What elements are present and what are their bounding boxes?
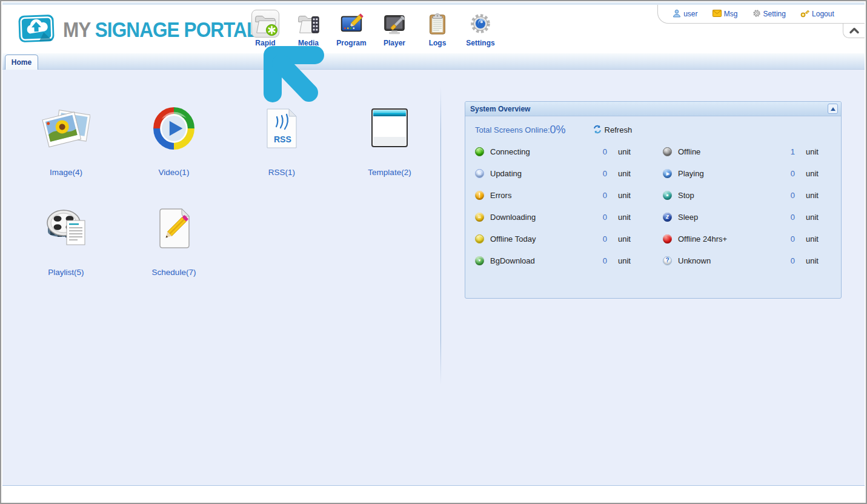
brand-logo: MY SIGNAGE PORTAL (17, 11, 279, 48)
brand-title: MY SIGNAGE PORTAL (63, 18, 257, 42)
status-stop: Stop 0 unit (663, 190, 831, 200)
module-schedule-label: Schedule(7) (152, 268, 196, 277)
brand-title-rest: SIGNAGE PORTAL (95, 18, 258, 41)
status-label: Connecting (490, 147, 593, 156)
svg-text:RSS: RSS (274, 134, 291, 144)
module-grid: Image(4) (12, 105, 443, 277)
module-video-label: Video(1) (159, 168, 190, 177)
downloading-orb-icon (475, 213, 484, 222)
module-rss-label: RSS(1) (268, 168, 295, 177)
status-sleep: Sleep 0 unit (663, 212, 831, 222)
system-overview-body: Total Screens Online: 0% Refresh (465, 116, 841, 273)
status-count: 0 (786, 256, 795, 265)
status-unit: unit (618, 169, 643, 178)
status-count: 0 (599, 191, 607, 200)
schedule-pencil-icon (155, 205, 193, 251)
status-offline-today: Offline Today 0 unit (475, 234, 643, 244)
status-connecting: Connecting 0 unit (475, 147, 643, 156)
module-playlist[interactable]: Playlist(5) (42, 205, 90, 277)
status-label: Sleep (678, 213, 780, 222)
user-label: user (683, 10, 697, 18)
offline-today-orb-icon (475, 234, 484, 244)
status-count: 0 (786, 191, 795, 200)
nav-label-settings: Settings (466, 39, 494, 47)
sleep-orb-icon (663, 213, 672, 222)
brand-title-my: MY (63, 18, 95, 41)
setting-label: Setting (763, 10, 786, 18)
messages-menu[interactable]: Msg (713, 10, 738, 19)
gear-icon (752, 9, 761, 19)
setting-menu[interactable]: Setting (752, 9, 786, 19)
module-schedule[interactable]: Schedule(7) (152, 205, 196, 277)
image-photos-icon (42, 105, 90, 151)
system-overview-header: System Overview (465, 102, 841, 116)
logout-menu[interactable]: Logout (800, 9, 834, 19)
tab-bar: Home (2, 53, 865, 70)
total-screens-value: 0% (550, 124, 566, 136)
envelope-icon (713, 10, 722, 19)
status-bgdownload: BgDownload 0 unit (475, 256, 643, 265)
nav-item-settings[interactable]: Settings (462, 10, 499, 47)
footer-bar (2, 485, 865, 502)
chevron-up-icon (849, 25, 860, 36)
status-label: Playing (678, 169, 780, 178)
person-icon (673, 9, 681, 19)
refresh-button[interactable]: Refresh (593, 125, 633, 136)
module-template[interactable]: Template(2) (368, 105, 411, 177)
status-label: Offline 24hrs+ (678, 234, 780, 244)
playing-orb-icon (663, 169, 672, 178)
status-unit: unit (618, 191, 643, 200)
playlist-reel-icon (42, 205, 90, 251)
panel-collapse-button[interactable] (828, 104, 838, 114)
module-rss[interactable]: RSS RSS(1) (265, 105, 298, 177)
status-unit: unit (806, 169, 831, 178)
connecting-orb-icon (475, 147, 484, 156)
status-count: 0 (599, 169, 607, 178)
status-errors: Errors 0 unit (475, 190, 643, 200)
video-player-icon (153, 105, 195, 151)
status-unit: unit (806, 147, 831, 156)
status-unit: unit (806, 213, 831, 222)
status-count: 0 (599, 213, 607, 222)
settings-gear-icon (467, 10, 494, 38)
refresh-label: Refresh (605, 125, 633, 134)
module-image-label: Image(4) (50, 168, 82, 177)
module-video[interactable]: Video(1) (153, 105, 195, 177)
status-unit: unit (618, 213, 643, 222)
header: MY SIGNAGE PORTAL (2, 2, 865, 53)
rss-document-icon: RSS (265, 105, 298, 151)
status-updating: Updating 0 unit (475, 168, 643, 178)
nav-item-program[interactable]: Program (333, 10, 370, 47)
cloud-upload-logo-icon (17, 11, 57, 48)
template-window-icon (371, 105, 408, 151)
status-label: Errors (490, 191, 593, 200)
system-overview-panel: System Overview Total Screens Online: 0% (465, 101, 842, 299)
status-unit: unit (618, 147, 643, 156)
main-content: Image(4) (2, 70, 865, 485)
offline-orb-icon (663, 147, 672, 156)
header-collapse-button[interactable] (843, 24, 865, 38)
module-image[interactable]: Image(4) (42, 105, 90, 177)
panel-title: System Overview (470, 105, 530, 113)
status-label: Stop (678, 191, 780, 200)
nav-label-program: Program (336, 39, 366, 47)
status-label: Downloading (490, 213, 593, 222)
tab-home-label: Home (12, 58, 32, 67)
app-window: MY SIGNAGE PORTAL (0, 0, 867, 504)
nav-item-logs[interactable]: Logs (419, 10, 456, 47)
status-unknown: Unknown 0 unit (663, 256, 831, 265)
nav-label-player: Player (384, 39, 405, 47)
status-count: 1 (786, 147, 795, 156)
refresh-icon (593, 125, 602, 136)
tab-home[interactable]: Home (5, 55, 38, 70)
nav-item-player[interactable]: Player (376, 10, 413, 47)
user-menu[interactable]: user (673, 9, 697, 19)
user-toolbar: user Msg Setting Logout (657, 5, 865, 24)
status-label: Unknown (678, 256, 780, 265)
status-count: 0 (786, 213, 795, 222)
status-label: Updating (490, 169, 593, 178)
status-offline-24hrs: Offline 24hrs+ 0 unit (663, 234, 831, 244)
rapid-folder-star-icon (251, 10, 279, 38)
status-unit: unit (806, 256, 831, 265)
module-playlist-label: Playlist(5) (48, 268, 84, 277)
